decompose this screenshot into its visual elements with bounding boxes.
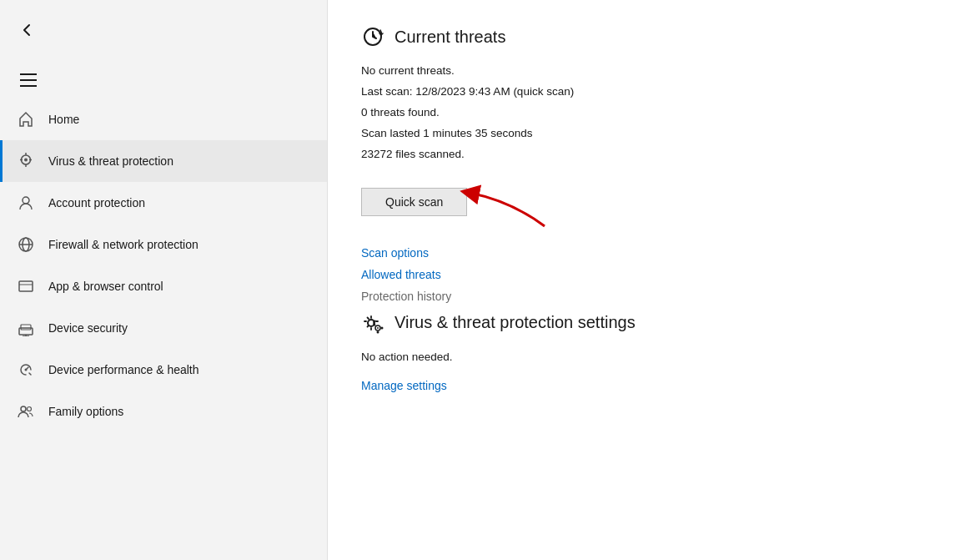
firewall-nav-icon [17,235,35,254]
sidebar-label-device-security: Device security [48,321,128,335]
sidebar-item-home[interactable]: Home [0,98,327,140]
back-button[interactable] [13,17,40,43]
sidebar-label-app-browser: App & browser control [48,280,163,293]
virus-nav-icon [17,152,35,170]
device-perf-nav-icon [17,361,35,379]
sidebar-item-firewall[interactable]: Firewall & network protection [0,224,327,265]
svg-point-8 [23,197,29,204]
sidebar-label-virus: Virus & threat protection [48,154,173,168]
svg-point-18 [25,369,28,371]
no-action-text: No action needed. [361,348,947,367]
sidebar-nav: HomeVirus & threat protectionAccount pro… [0,98,327,432]
svg-point-19 [21,406,26,411]
sidebar-item-app-browser[interactable]: App & browser control [0,265,327,307]
current-threats-title: Current threats [361,25,947,48]
quick-scan-button[interactable]: Quick scan [361,188,467,216]
scan-options-link[interactable]: Scan options [361,246,947,260]
quick-scan-wrapper: Quick scan [361,176,467,231]
sidebar-label-family: Family options [48,405,123,418]
settings-icon [361,311,384,335]
home-nav-icon [17,110,35,129]
links-section: Scan options Allowed threats Protection … [361,246,947,303]
svg-rect-12 [19,281,33,291]
svg-point-20 [28,407,32,411]
hamburger-icon [20,73,37,87]
last-scan-text: Last scan: 12/8/2023 9:43 AM (quick scan… [361,83,947,102]
sidebar-item-device-perf[interactable]: Device performance & health [0,349,327,391]
device-security-nav-icon [17,319,35,337]
svg-rect-2 [20,85,37,87]
svg-rect-15 [21,325,31,330]
sidebar-label-device-perf: Device performance & health [48,363,199,376]
svg-point-27 [377,330,379,333]
hamburger-button[interactable] [15,67,42,93]
files-scanned-text: 23272 files scanned. [361,145,947,164]
account-nav-icon [17,194,35,212]
annotation-arrow [461,168,561,235]
family-nav-icon [17,402,35,421]
current-threats-icon [362,26,384,48]
svg-point-25 [377,327,379,329]
no-threats-text: No current threats. [361,62,947,81]
settings-title-wrapper: Virus & threat protection settings [361,311,947,335]
svg-rect-0 [20,73,37,75]
manage-settings-link[interactable]: Manage settings [361,379,947,392]
threats-icon [361,25,384,48]
back-icon [18,22,35,38]
sidebar-item-virus[interactable]: Virus & threat protection [0,140,327,182]
svg-rect-1 [20,79,37,81]
protection-history-text: Protection history [361,290,451,303]
sidebar-label-home: Home [48,113,79,126]
svg-point-3 [24,159,28,162]
scan-duration-text: Scan lasted 1 minutes 35 seconds [361,124,947,144]
sidebar-item-account[interactable]: Account protection [0,182,327,224]
settings-gear-icon [362,312,384,334]
sidebar-label-firewall: Firewall & network protection [48,238,199,251]
sidebar-label-account: Account protection [48,196,145,209]
top-controls [0,8,327,52]
main-content: Current threats No current threats. Last… [328,0,980,560]
sidebar-item-device-security[interactable]: Device security [0,307,327,349]
svg-point-26 [381,326,384,329]
threats-found-text: 0 threats found. [361,103,947,123]
sidebar-item-family[interactable]: Family options [0,391,327,432]
allowed-threats-link[interactable]: Allowed threats [361,268,947,281]
sidebar: HomeVirus & threat protectionAccount pro… [0,0,328,560]
app-browser-nav-icon [17,277,35,295]
